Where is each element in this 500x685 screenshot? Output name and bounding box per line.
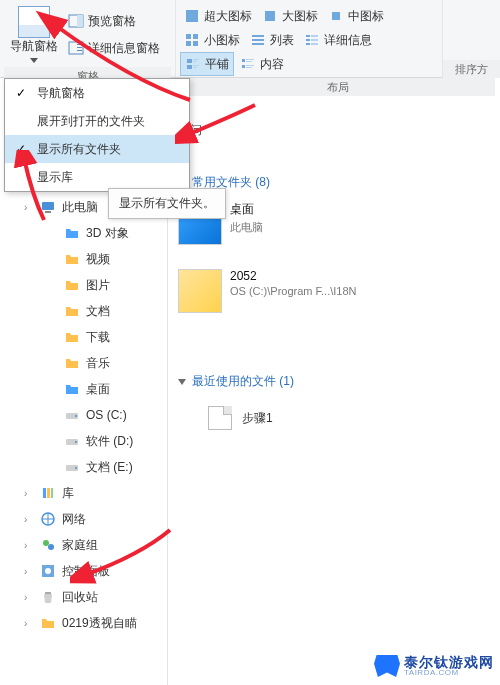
folder-orange-icon — [64, 355, 80, 371]
ribbon-group-panes: 导航窗格 预览窗格 详细信息窗格 窗格 — [0, 0, 176, 77]
preview-pane-button[interactable]: 预览窗格 — [64, 9, 164, 33]
expander-icon: › — [24, 540, 34, 551]
view-small[interactable]: 小图标 — [180, 28, 244, 52]
document-icon — [208, 406, 232, 430]
drive-icon — [64, 459, 80, 475]
svg-rect-44 — [51, 488, 53, 498]
menu-item-label: 显示库 — [37, 169, 73, 186]
tree-item[interactable]: ›0219透视自瞄 — [0, 610, 167, 636]
chevron-down-icon — [178, 379, 186, 385]
details-pane-icon — [68, 40, 84, 56]
watermark: 泰尔钛游戏网 TAIRDA.COM — [374, 655, 494, 677]
svg-rect-4 — [77, 47, 82, 48]
ribbon-group-sort-title: 排序方 — [443, 60, 500, 78]
tree-item[interactable]: ›家庭组 — [0, 532, 167, 558]
view-medium[interactable]: 中图标 — [324, 4, 388, 28]
tree-item-label: 3D 对象 — [86, 225, 129, 242]
item-sub: OS (C:)\Program F...\I18N — [230, 285, 357, 297]
svg-rect-16 — [306, 35, 310, 37]
svg-point-37 — [75, 415, 77, 417]
view-tiles-label: 平铺 — [205, 56, 229, 73]
menu-item-show-all-folders[interactable]: ✓ 显示所有文件夹 — [5, 135, 189, 163]
view-large[interactable]: 大图标 — [258, 4, 322, 28]
details-pane-button[interactable]: 详细信息窗格 — [64, 36, 164, 60]
menu-item-expand-to-folder[interactable]: 展开到打开的文件夹 — [5, 107, 189, 135]
expander-icon: › — [24, 592, 34, 603]
view-extra-large[interactable]: 超大图标 — [180, 4, 256, 28]
view-details-label: 详细信息 — [324, 32, 372, 49]
svg-point-46 — [43, 540, 49, 546]
frequent-item[interactable]: 2052OS (C:)\Program F...\I18N — [178, 269, 408, 313]
folder-orange-icon — [64, 251, 80, 267]
folder-orange-icon — [64, 329, 80, 345]
tree-item[interactable]: 文档 — [0, 298, 167, 324]
tree-item[interactable]: 下载 — [0, 324, 167, 350]
svg-rect-15 — [252, 43, 264, 45]
view-extra-large-label: 超大图标 — [204, 8, 252, 25]
tree-item[interactable]: 文档 (E:) — [0, 454, 167, 480]
svg-rect-25 — [187, 65, 192, 69]
view-content[interactable]: 内容 — [236, 52, 288, 76]
tree-item[interactable]: ›回收站 — [0, 584, 167, 610]
svg-rect-12 — [193, 41, 198, 46]
tree-item[interactable]: 桌面 — [0, 376, 167, 402]
drive-icon — [64, 433, 80, 449]
ribbon-group-sort-stub: 排序方 — [442, 0, 500, 78]
watermark-en: TAIRDA.COM — [404, 669, 494, 677]
view-list[interactable]: 列表 — [246, 28, 298, 52]
pc-icon — [40, 199, 56, 215]
view-details[interactable]: 详细信息 — [300, 28, 376, 52]
menu-item-label: 显示所有文件夹 — [37, 141, 121, 158]
tooltip: 显示所有文件夹。 — [108, 188, 226, 219]
menu-item-nav-pane[interactable]: ✓ 导航窗格 — [5, 79, 189, 107]
tree-item[interactable]: 音乐 — [0, 350, 167, 376]
tiles-icon — [185, 56, 201, 72]
tree-item[interactable]: ›控制面板 — [0, 558, 167, 584]
list-icon — [250, 32, 266, 48]
svg-rect-32 — [246, 65, 254, 66]
folder-blue-icon — [64, 225, 80, 241]
control-icon — [40, 563, 56, 579]
recent-file-item[interactable]: 步骤1 — [178, 400, 492, 436]
tree-item[interactable]: ›网络 — [0, 506, 167, 532]
svg-rect-28 — [242, 59, 245, 62]
svg-rect-22 — [187, 59, 192, 63]
svg-rect-11 — [186, 41, 191, 46]
svg-rect-50 — [45, 592, 51, 594]
chevron-down-icon — [30, 58, 38, 63]
tree-item-label: 回收站 — [62, 589, 98, 606]
tree-item[interactable]: 软件 (D:) — [0, 428, 167, 454]
svg-rect-10 — [193, 34, 198, 39]
network-icon — [40, 511, 56, 527]
expander-icon: › — [24, 566, 34, 577]
svg-point-47 — [48, 544, 54, 550]
tree-item[interactable]: ›库 — [0, 480, 167, 506]
tree-item[interactable]: 3D 对象 — [0, 220, 167, 246]
folder-orange-icon — [64, 277, 80, 293]
tree-item-label: 0219透视自瞄 — [62, 615, 137, 632]
svg-rect-33 — [246, 67, 252, 68]
svg-rect-31 — [242, 65, 245, 68]
tree-item-label: 此电脑 — [62, 199, 98, 216]
svg-rect-8 — [332, 12, 340, 20]
svg-rect-13 — [252, 35, 264, 37]
medium-icon — [328, 8, 344, 24]
tree-item[interactable]: 图片 — [0, 272, 167, 298]
tree-item-label: 桌面 — [86, 381, 110, 398]
tree-item-label: 视频 — [86, 251, 110, 268]
svg-point-41 — [75, 467, 77, 469]
tree-item-label: 网络 — [62, 511, 86, 528]
recent-list: 步骤1 — [178, 400, 492, 436]
watermark-cn: 泰尔钛游戏网 — [404, 655, 494, 669]
menu-item-show-libraries[interactable]: 显示库 — [5, 163, 189, 191]
drive-icon — [64, 407, 80, 423]
nav-pane-button[interactable]: 导航窗格 — [4, 2, 64, 67]
svg-rect-17 — [311, 35, 318, 37]
tree-item-label: 下载 — [86, 329, 110, 346]
folder-orange-icon — [40, 615, 56, 631]
view-tiles[interactable]: 平铺 — [180, 52, 234, 76]
section-recent-files[interactable]: 最近使用的文件 (1) — [178, 373, 492, 390]
svg-rect-20 — [306, 43, 310, 45]
tree-item[interactable]: 视频 — [0, 246, 167, 272]
tree-item[interactable]: OS (C:) — [0, 402, 167, 428]
